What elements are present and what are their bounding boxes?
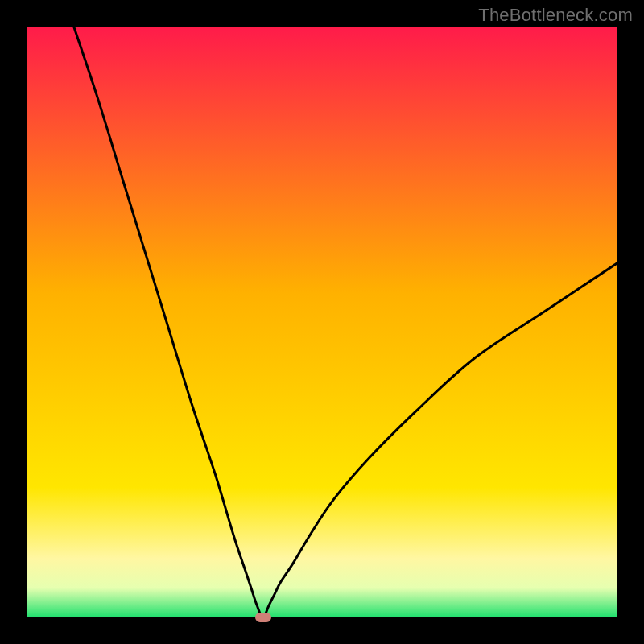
- optimal-point-marker: [255, 613, 271, 622]
- plot-area: [27, 27, 617, 617]
- bottleneck-chart-svg: [27, 27, 617, 617]
- chart-frame: TheBottleneck.com: [0, 0, 644, 644]
- watermark-text: TheBottleneck.com: [478, 5, 633, 26]
